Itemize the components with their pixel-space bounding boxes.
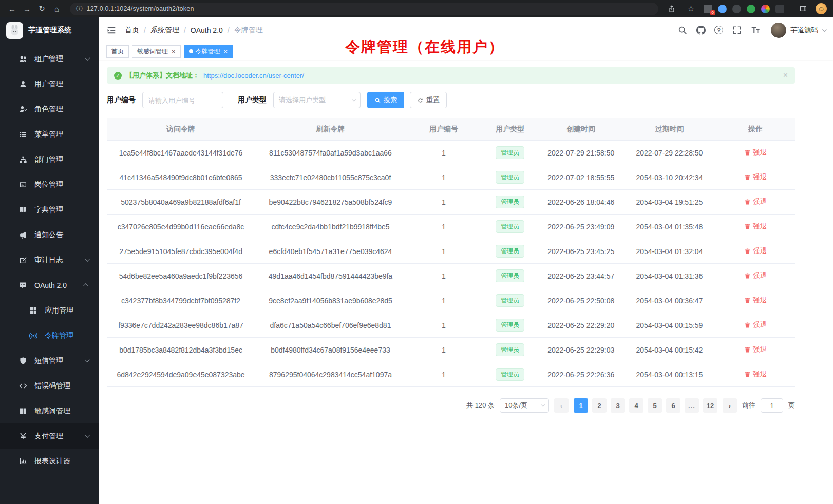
table-body: 1ea5e44f8bc1467aaede43144f31de76 811c530… [107,141,795,387]
force-logout-button[interactable]: 强退 [744,148,767,157]
page-size-value: 10条/页 [505,401,527,410]
page-button[interactable]: 3 [611,398,625,413]
sidebar-item[interactable]: 字典管理 [0,197,99,222]
page-button[interactable]: 12 [703,398,717,413]
user-type-cell: 管理员 [481,220,539,233]
app-logo-row[interactable]: 芋道管理系统 [0,17,99,43]
force-logout-button[interactable]: 强退 [744,271,767,280]
search-button[interactable]: 搜索 [367,92,404,108]
sidebar-item[interactable]: 部门管理 [0,147,99,172]
reload-icon[interactable]: ↻ [35,2,49,15]
goto-page-input[interactable] [761,398,783,413]
expire-time-cell: 2054-03-10 20:42:34 [623,173,716,182]
extension-icon[interactable] [732,5,741,13]
breadcrumb-item[interactable]: 首页 / [125,26,146,35]
sidebar-item[interactable]: 通知公告 [0,222,99,247]
hamburger-icon[interactable] [106,25,117,35]
sidebar-item[interactable]: 敏感词管理 [0,398,99,423]
force-logout-button[interactable]: 强退 [744,246,767,256]
forward-icon[interactable]: → [20,2,34,15]
sidebar-item[interactable]: 岗位管理 [0,172,99,197]
force-logout-button[interactable]: 强退 [744,296,767,305]
page-button[interactable]: 4 [629,398,643,413]
close-icon[interactable]: × [172,48,176,55]
sidebar-item[interactable]: 用户管理 [0,71,99,96]
user-type-cell: 管理员 [481,269,539,282]
breadcrumb-item[interactable]: OAuth 2.0 / [191,26,230,34]
force-logout-button[interactable]: 强退 [744,320,767,329]
home-icon[interactable]: ⌂ [50,2,64,15]
extension-icon[interactable] [775,5,784,13]
user-type-badge: 管理员 [496,196,524,208]
force-logout-button[interactable]: 强退 [744,222,767,231]
page-list: 123456...12 [574,398,717,413]
browser-profile-avatar[interactable]: ☺ [816,3,827,14]
help-icon[interactable]: ? [714,26,723,34]
access-token-cell: c347026e805e4d99b0d116eae66eda8c [107,223,255,231]
page-button[interactable]: 5 [648,398,662,413]
table-row: f9336e7c7dd242a283ee98dc86b17a87 dfa6c71… [107,313,795,338]
sidebar-item[interactable]: 报表设计器 [0,449,99,474]
side-panel-icon[interactable] [796,2,810,15]
back-icon[interactable]: ← [5,2,19,15]
extension-icon[interactable]: 0 [704,5,712,13]
force-logout-button[interactable]: 强退 [744,370,767,379]
user-name: 芋道源码 [790,26,818,35]
page-button[interactable]: 6 [666,398,680,413]
force-logout-button[interactable]: 强退 [744,345,767,354]
extension-icon[interactable] [747,5,755,13]
breadcrumb-item[interactable]: 令牌管理 [234,26,263,35]
force-logout-button[interactable]: 强退 [744,172,767,182]
tag-tab[interactable]: 敏感词管理 × [132,45,181,58]
delete-icon [744,322,751,328]
next-page-button[interactable]: › [723,398,737,413]
page-button[interactable]: 1 [574,398,588,413]
tag-tab[interactable]: 令牌管理 × [184,45,233,58]
force-logout-label: 强退 [753,271,767,280]
font-size-icon[interactable] [750,25,760,35]
sidebar-item-label: 报表设计器 [34,457,70,466]
extension-icon[interactable] [761,5,770,13]
user-type-badge: 管理员 [496,269,524,282]
refresh-token-cell: 9ce8ef2aa9f14056b831ae9b608e28d5 [255,297,406,305]
sidebar-item[interactable]: 错误码管理 [0,373,99,398]
tag-tab[interactable]: 首页 [106,45,129,58]
sidebar-subitem[interactable]: 令牌管理 [0,323,99,348]
force-logout-label: 强退 [753,148,767,157]
sidebar-item[interactable]: 租户管理 [0,46,99,71]
breadcrumb-item[interactable]: 系统管理 / [150,26,186,35]
user-type-badge: 管理员 [496,220,524,233]
force-logout-label: 强退 [753,246,767,256]
reset-button[interactable]: 重置 [410,92,447,108]
user-id-input[interactable] [142,92,223,108]
doc-link[interactable]: https://doc.iocoder.cn/user-center/ [203,72,304,80]
prev-page-button[interactable]: ‹ [554,398,569,413]
search-icon[interactable] [677,25,687,35]
page-button[interactable]: ... [685,398,699,413]
access-token-cell: 54d6be82ee5a460a9aedc1f9bf223656 [107,272,255,280]
site-info-icon[interactable]: ⓘ [76,5,83,13]
user-type-select[interactable]: 请选择用户类型 [273,92,361,108]
share-icon[interactable] [665,2,678,15]
sidebar-item[interactable]: 角色管理 [0,96,99,122]
sidebar-item[interactable]: 支付管理 [0,423,99,449]
sidebar-item[interactable]: 审计日志 [0,247,99,273]
bookmark-star-icon[interactable]: ☆ [684,2,698,15]
app-title: 芋道管理系统 [28,26,71,35]
user-menu[interactable]: 芋道源码 [771,23,825,38]
refresh-token-cell: 49d1aa46d1454fbd87591444423be9fa [255,272,406,280]
github-icon[interactable] [696,25,706,35]
page-button[interactable]: 2 [592,398,607,413]
close-icon[interactable]: × [224,48,228,55]
page-size-select[interactable]: 10条/页 [500,398,549,413]
create-time-cell: 2022-06-26 18:04:46 [539,198,622,206]
sidebar-subitem[interactable]: 应用管理 [0,298,99,323]
extension-icon[interactable] [718,5,727,13]
sidebar-item[interactable]: OAuth 2.0 [0,273,99,298]
force-logout-button[interactable]: 强退 [744,197,767,206]
sidebar-item[interactable]: 菜单管理 [0,122,99,147]
fullscreen-icon[interactable] [732,25,742,35]
address-bar[interactable]: ⓘ 127.0.0.1:1024/system/oauth2/token [70,3,658,15]
sidebar-item[interactable]: 短信管理 [0,348,99,373]
close-icon[interactable]: × [783,71,788,80]
